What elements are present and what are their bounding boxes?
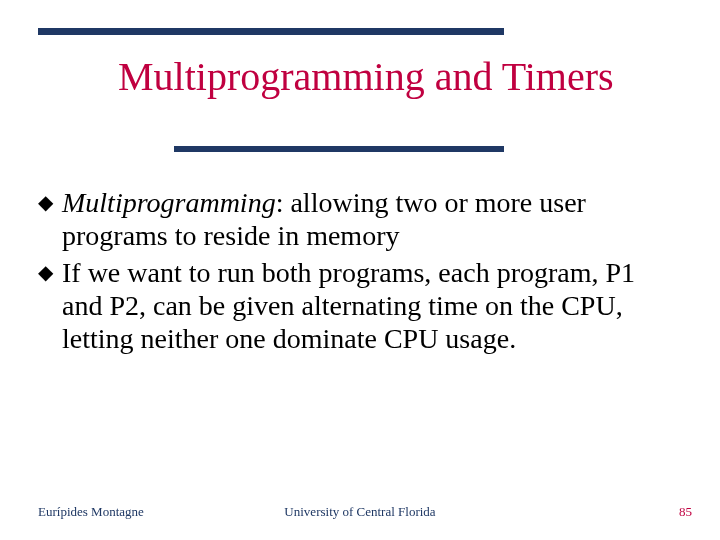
title-underline — [174, 146, 504, 152]
bullet-text: Multiprogramming: allowing two or more u… — [62, 186, 678, 252]
bullet-marker-icon: ◆ — [38, 186, 62, 218]
bullet-item: ◆ Multiprogramming: allowing two or more… — [38, 186, 678, 252]
body-area: ◆ Multiprogramming: allowing two or more… — [38, 186, 678, 359]
bullet-text: If we want to run both programs, each pr… — [62, 256, 678, 355]
slide: Multiprogramming and Timers ◆ Multiprogr… — [0, 0, 720, 540]
bullet-marker-icon: ◆ — [38, 256, 62, 288]
bullet-item: ◆ If we want to run both programs, each … — [38, 256, 678, 355]
footer: Eurípides Montagne University of Central… — [0, 502, 720, 522]
top-rule — [38, 28, 504, 35]
footer-org: University of Central Florida — [0, 504, 720, 520]
bullet-term: Multiprogramming — [62, 187, 276, 218]
title-wrap: Multiprogramming and Timers — [118, 54, 678, 100]
footer-page-number: 85 — [679, 504, 692, 520]
slide-title: Multiprogramming and Timers — [118, 54, 678, 100]
